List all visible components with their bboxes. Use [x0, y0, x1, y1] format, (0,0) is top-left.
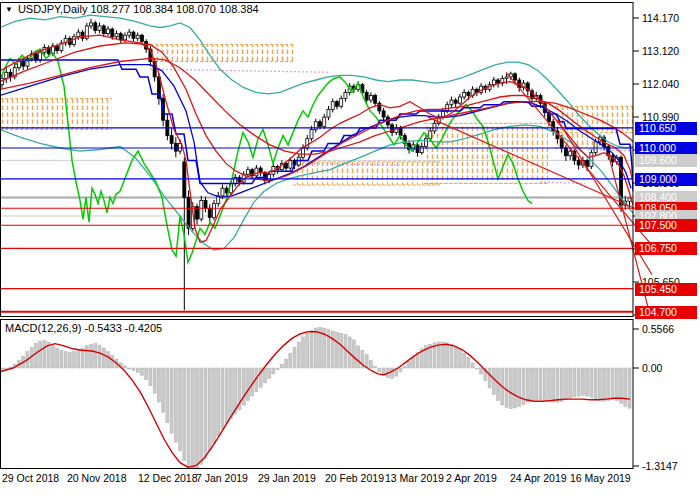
chart-canvas[interactable] [0, 0, 700, 500]
candle-body [365, 92, 368, 100]
macd-histogram-bar [509, 368, 512, 409]
candle-body [132, 32, 135, 38]
macd-histogram-bar [369, 361, 372, 368]
candle-body [323, 117, 326, 126]
chart-shift-icon: ▼ [5, 5, 13, 14]
macd-histogram-bar [208, 368, 211, 451]
macd-histogram-bar [162, 368, 165, 412]
macd-histogram-bar [56, 348, 59, 368]
macd-histogram-bar [412, 357, 415, 368]
date-label: 7 Jan 2019 [196, 472, 248, 484]
price-tick-label: 114.170 [642, 12, 679, 24]
price-level-label: 107.500 [635, 219, 697, 232]
candle-body [174, 143, 177, 151]
macd-histogram-bar [68, 352, 71, 368]
candle-body [564, 148, 567, 156]
macd-histogram-bar [378, 368, 381, 372]
macd-pane[interactable] [0, 327, 631, 470]
macd-histogram-bar [166, 368, 169, 423]
price-level-label: 110.650 [635, 122, 697, 135]
macd-histogram-bar [77, 350, 80, 368]
date-label: 20 Feb 2019 [325, 472, 384, 484]
candle-body [200, 201, 203, 220]
macd-histogram-bar [552, 368, 555, 402]
macd-histogram-bar [526, 368, 529, 402]
candle-body [90, 23, 93, 26]
macd-histogram-bar [590, 368, 593, 398]
macd-histogram-bar [480, 368, 483, 374]
candle-body [463, 92, 466, 97]
trading-chart-window: ▼USDJPY,Daily 108.277 108.384 108.070 10… [0, 0, 700, 500]
macd-histogram-bar [94, 344, 97, 368]
macd-histogram-bar [297, 342, 300, 368]
candle-body [22, 61, 25, 66]
macd-histogram-bar [276, 368, 279, 369]
macd-histogram-bar [123, 366, 126, 368]
candle-body [319, 122, 322, 127]
candle-body [102, 26, 105, 34]
macd-histogram-bar [344, 335, 347, 368]
candle-body [505, 77, 508, 79]
macd-histogram-bar [34, 344, 37, 368]
macd-histogram-bar [153, 368, 156, 393]
macd-histogram-bar [221, 368, 224, 429]
macd-histogram-bar [302, 337, 305, 368]
date-label: 16 May 2019 [570, 472, 631, 484]
macd-histogram-bar [628, 368, 631, 408]
macd-histogram-bar [306, 333, 309, 368]
price-tick-label: 113.120 [642, 45, 679, 57]
macd-histogram-bar [285, 359, 288, 368]
candle-body [119, 34, 122, 40]
macd-histogram-bar [51, 345, 54, 368]
macd-histogram-bar [340, 333, 343, 368]
macd-histogram-bar [213, 368, 216, 443]
macd-histogram-bar [603, 368, 606, 401]
candle-body [399, 128, 402, 136]
macd-tick-label: 0.00 [642, 362, 662, 374]
ichimoku-cloud-band [293, 162, 440, 185]
macd-histogram-bar [556, 368, 559, 402]
candle-body [221, 188, 224, 196]
price-tick-label: 112.040 [642, 78, 679, 90]
candle-body [34, 54, 37, 60]
macd-histogram-bar [569, 368, 572, 398]
chart-title: ▼USDJPY,Daily 108.277 108.384 108.070 10… [5, 3, 259, 15]
macd-histogram-bar [391, 368, 394, 378]
macd-histogram-bar [352, 340, 355, 368]
candle-body [39, 52, 42, 60]
price-level-label: 109.600 [635, 154, 697, 167]
macd-histogram-bar [293, 347, 296, 368]
main-price-pane[interactable] [0, 15, 651, 312]
candle-body [382, 111, 385, 117]
macd-histogram-bar [191, 368, 194, 470]
macd-histogram-bar [586, 368, 589, 396]
candle-body [514, 74, 517, 80]
candle-body [577, 160, 580, 165]
candle-body [310, 129, 313, 138]
candle-body [204, 201, 207, 209]
candle-body [94, 23, 97, 31]
candle-body [302, 148, 305, 157]
candle-body [433, 123, 436, 131]
macd-histogram-bar [467, 358, 470, 368]
macd-histogram-bar [624, 368, 627, 406]
macd-histogram-bar [492, 368, 495, 395]
candle-body [259, 168, 262, 173]
macd-histogram-bar [547, 368, 550, 401]
candle-body [136, 35, 139, 38]
candle-body [81, 32, 84, 38]
macd-tick-label: -1.3147 [642, 460, 678, 472]
macd-histogram-bar [581, 368, 584, 395]
candle-body [369, 95, 372, 100]
macd-histogram-bar [73, 352, 76, 368]
macd-histogram-bar [450, 344, 453, 368]
macd-histogram-bar [607, 368, 610, 401]
macd-histogram-bar [102, 348, 105, 368]
macd-histogram-bar [170, 368, 173, 433]
candle-body [344, 92, 347, 98]
macd-histogram-bar [145, 368, 148, 380]
candle-body [327, 109, 330, 117]
candle-body [425, 139, 428, 147]
macd-histogram-bar [314, 328, 317, 368]
candle-body [234, 177, 237, 183]
